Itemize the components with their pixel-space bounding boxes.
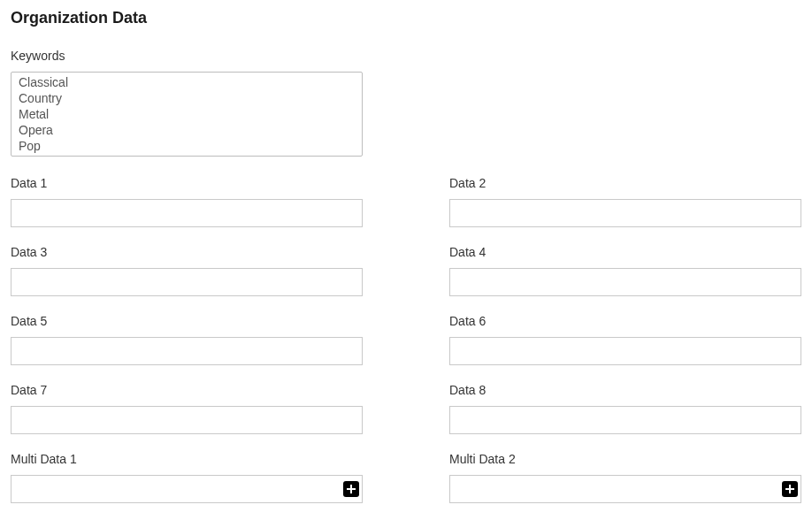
data1-label: Data 1: [11, 176, 363, 190]
keyword-option[interactable]: Metal: [13, 106, 360, 122]
keywords-select[interactable]: Classical Country Metal Opera Pop: [11, 72, 363, 157]
multi1-add-button[interactable]: [343, 481, 359, 497]
keyword-option[interactable]: Country: [13, 90, 360, 106]
data8-label: Data 8: [449, 383, 801, 397]
keyword-option[interactable]: Pop: [13, 138, 360, 154]
multi2-add-button[interactable]: [782, 481, 798, 497]
data5-label: Data 5: [11, 314, 363, 328]
data5-input[interactable]: [11, 337, 363, 365]
keyword-option[interactable]: Opera: [13, 122, 360, 138]
data3-input[interactable]: [11, 268, 363, 296]
plus-icon: [785, 484, 795, 494]
data2-input[interactable]: [449, 199, 801, 227]
multi2-input[interactable]: [449, 475, 801, 503]
multi1-input[interactable]: [11, 475, 363, 503]
page-title: Organization Data: [11, 9, 801, 27]
data3-label: Data 3: [11, 245, 363, 259]
data6-label: Data 6: [449, 314, 801, 328]
multi1-label: Multi Data 1: [11, 452, 363, 466]
plus-icon: [346, 484, 356, 494]
keyword-option[interactable]: Classical: [13, 74, 360, 90]
data2-label: Data 2: [449, 176, 801, 190]
multi2-label: Multi Data 2: [449, 452, 801, 466]
data6-input[interactable]: [449, 337, 801, 365]
data4-input[interactable]: [449, 268, 801, 296]
keywords-label: Keywords: [11, 49, 801, 63]
data7-input[interactable]: [11, 406, 363, 434]
data1-input[interactable]: [11, 199, 363, 227]
data4-label: Data 4: [449, 245, 801, 259]
data7-label: Data 7: [11, 383, 363, 397]
data8-input[interactable]: [449, 406, 801, 434]
